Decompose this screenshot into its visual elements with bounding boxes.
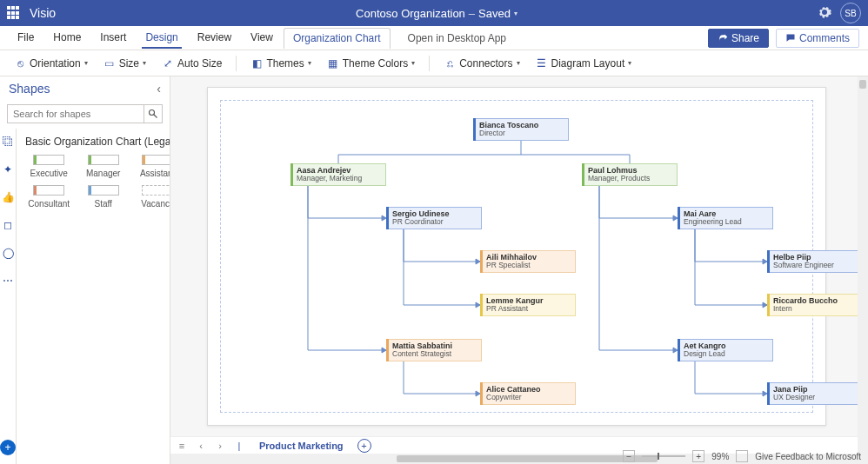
shape-item[interactable]: Manager: [77, 155, 128, 178]
prev-page-button[interactable]: ‹: [195, 441, 207, 451]
node-title: Copywriter: [486, 394, 570, 402]
shape-thumbnail: [88, 155, 119, 165]
stencil-tab-4[interactable]: ◻: [0, 217, 16, 233]
theme-colors-icon: ▦: [327, 57, 339, 70]
tab-insert[interactable]: Insert: [91, 27, 135, 49]
stencil-tab-2[interactable]: ✦: [0, 162, 16, 177]
themes-icon: ◧: [250, 57, 263, 70]
org-node[interactable]: Paul LohmusManager, Products: [582, 163, 678, 186]
tab-file[interactable]: File: [9, 27, 43, 49]
shape-category-tabs: ⿻ ✦ 👍 ◻ ◯ ⋯ +: [0, 129, 17, 464]
org-node[interactable]: Sergio UdinesePR Coordinator: [386, 207, 482, 229]
doc-name: Contoso Organization: [356, 7, 465, 20]
shape-thumbnail: [142, 155, 170, 165]
shape-label: Executive: [30, 169, 68, 178]
add-page-button[interactable]: +: [357, 439, 371, 453]
orientation-button[interactable]: ⎋Orientation▾: [9, 55, 93, 72]
share-button[interactable]: Share: [708, 29, 769, 48]
theme-colors-button[interactable]: ▦Theme Colors▾: [322, 55, 420, 72]
search-button[interactable]: [144, 104, 163, 123]
node-title: PR Assistant: [486, 305, 570, 314]
canvas[interactable]: Bianca ToscanoDirectorAasa AndrejevManag…: [170, 76, 868, 464]
org-node[interactable]: Helbe PiipSoftware Engineer: [767, 250, 863, 273]
org-node[interactable]: Aasa AndrejevManager, Marketing: [290, 163, 386, 186]
next-page-button[interactable]: ›: [214, 441, 226, 451]
add-stencil-button[interactable]: +: [0, 440, 16, 455]
shape-item[interactable]: Vacancy: [132, 185, 170, 209]
tab-view[interactable]: View: [242, 27, 282, 49]
ribbon: ⎋Orientation▾ ▭Size▾ ⤢Auto Size ◧Themes▾…: [0, 50, 868, 76]
menu-tabs: File Home Insert Design Review View Orga…: [0, 26, 868, 50]
page-tab-current[interactable]: Product Marketing: [252, 439, 351, 453]
pages-menu-icon[interactable]: ≡: [176, 441, 188, 451]
node-title: Software Engineer: [773, 262, 857, 270]
share-label: Share: [731, 32, 759, 44]
size-button[interactable]: ▭Size▾: [98, 55, 151, 72]
tab-org-chart[interactable]: Organization Chart: [284, 28, 391, 49]
user-avatar[interactable]: SB: [840, 3, 861, 23]
tab-review[interactable]: Review: [189, 27, 240, 49]
drawing-page[interactable]: Bianca ToscanoDirectorAasa AndrejevManag…: [207, 87, 826, 426]
svg-point-0: [150, 110, 155, 116]
collapse-panel-icon[interactable]: ‹: [157, 82, 161, 96]
org-node[interactable]: Bianca ToscanoDirector: [473, 118, 569, 141]
feedback-link[interactable]: Give Feedback to Microsoft: [755, 452, 861, 461]
layout-icon: ☰: [536, 57, 548, 70]
autosize-button[interactable]: ⤢Auto Size: [157, 55, 227, 72]
org-node[interactable]: Aili MihhailovPR Specialist: [480, 250, 576, 273]
dash: –: [469, 7, 475, 20]
node-title: Intern: [773, 305, 857, 314]
zoom-level: 99%: [711, 452, 729, 461]
stencil-tab-3[interactable]: 👍: [0, 189, 16, 205]
tab-home[interactable]: Home: [44, 27, 90, 49]
orientation-icon: ⎋: [14, 57, 26, 70]
node-title: Content Strategist: [392, 350, 476, 359]
node-title: Director: [479, 129, 563, 138]
comments-button[interactable]: Comments: [776, 29, 859, 48]
stencil-tab-6[interactable]: ⋯: [0, 273, 16, 288]
node-title: PR Specialist: [486, 262, 570, 270]
org-node[interactable]: Alice CattaneoCopywriter: [480, 382, 576, 405]
shape-label: Assistant: [140, 169, 170, 178]
open-desktop-link[interactable]: Open in Desktop App: [408, 32, 506, 44]
apps-launcher-icon[interactable]: [7, 6, 21, 20]
shape-item[interactable]: Staff: [77, 185, 128, 209]
shapes-search-input[interactable]: [7, 104, 144, 123]
zoom-slider[interactable]: [642, 455, 685, 457]
node-title: PR Coordinator: [392, 218, 476, 227]
org-node[interactable]: Lemme KangurPR Assistant: [480, 294, 576, 316]
node-title: Engineering Lead: [684, 218, 767, 227]
chevron-down-icon[interactable]: ▾: [514, 10, 517, 17]
node-title: Manager, Marketing: [297, 175, 380, 183]
org-node[interactable]: Mai AareEngineering Lead: [678, 207, 773, 229]
node-title: UX Designer: [773, 394, 857, 402]
zoom-out-button[interactable]: −: [623, 450, 635, 462]
org-node[interactable]: Mattia SabbatiniContent Strategist: [386, 339, 482, 361]
diagram-layout-button[interactable]: ☰Diagram Layout▾: [531, 55, 638, 72]
org-node[interactable]: Jana PiipUX Designer: [767, 382, 863, 405]
stencil-name[interactable]: Basic Organization Chart (Lega…: [23, 134, 170, 155]
fit-to-window-button[interactable]: [736, 450, 748, 462]
title-bar: Visio Contoso Organization – Saved ▾ SB: [0, 0, 868, 26]
stencil-tab-5[interactable]: ◯: [0, 245, 16, 261]
vertical-scrollbar[interactable]: [858, 76, 868, 464]
org-node[interactable]: Riccardo BucchoIntern: [767, 294, 863, 316]
tab-design[interactable]: Design: [137, 27, 186, 49]
shape-item[interactable]: Executive: [23, 155, 74, 178]
settings-icon[interactable]: [818, 5, 831, 22]
stencil-tab-1[interactable]: ⿻: [0, 134, 16, 149]
shape-label: Consultant: [28, 199, 70, 209]
comments-label: Comments: [799, 32, 850, 44]
shape-item[interactable]: Consultant: [23, 185, 74, 209]
org-node[interactable]: Aet KangroDesign Lead: [678, 339, 773, 361]
document-title[interactable]: Contoso Organization – Saved ▾: [56, 7, 818, 20]
shapes-panel: Shapes ‹ ⿻ ✦ 👍 ◻ ◯ ⋯ + Basic Organizatio…: [0, 76, 170, 464]
shape-thumbnail: [33, 155, 64, 165]
connectors-button[interactable]: ⎌Connectors▾: [438, 55, 524, 72]
themes-button[interactable]: ◧Themes▾: [245, 55, 316, 72]
main-frame: Shapes ‹ ⿻ ✦ 👍 ◻ ◯ ⋯ + Basic Organizatio…: [0, 76, 868, 464]
node-title: Manager, Products: [588, 175, 671, 183]
shape-label: Vacancy: [141, 199, 170, 209]
shape-item[interactable]: Assistant: [132, 155, 170, 178]
zoom-in-button[interactable]: +: [692, 450, 704, 462]
